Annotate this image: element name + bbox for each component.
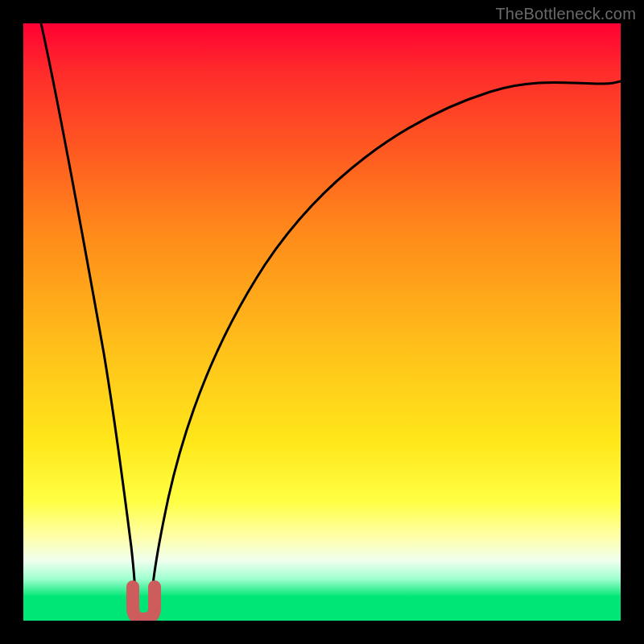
chart-frame: TheBottleneck.com [0,0,644,644]
curve-left-branch [41,23,136,608]
watermark-text: TheBottleneck.com [495,5,636,23]
valley-marker [133,587,155,619]
plot-area [23,23,621,621]
curve-right-branch [151,81,621,608]
chart-svg [23,23,621,621]
